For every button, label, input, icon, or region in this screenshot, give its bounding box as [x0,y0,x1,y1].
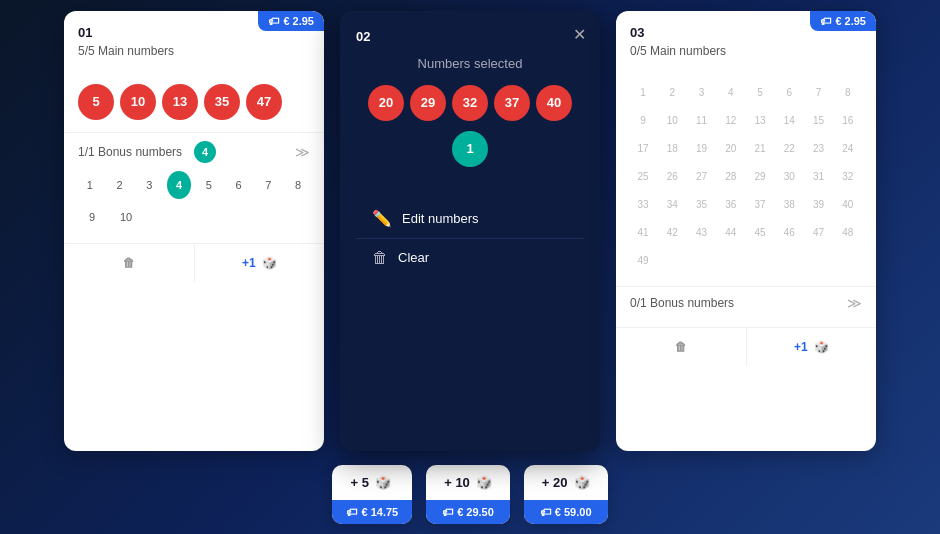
card02-num-40[interactable]: 40 [536,85,572,121]
card01-add-button[interactable]: +1 🎲 [195,244,325,282]
grid-num-44[interactable]: 44 [718,220,744,246]
grid-num-29[interactable]: 29 [747,164,773,190]
card01-price-badge: 🏷 € 2.95 [258,11,324,31]
grid-num-27[interactable]: 27 [689,164,715,190]
grid-num-2[interactable]: 2 [659,80,685,106]
b9[interactable]: 9 [78,203,106,231]
edit-numbers-label: Edit numbers [402,211,479,226]
grid-num-35[interactable]: 35 [689,192,715,218]
card02-bonus-number: 1 [452,131,488,167]
grid-num-26[interactable]: 26 [659,164,685,190]
grid-num-42[interactable]: 42 [659,220,685,246]
grid-num-17[interactable]: 17 [630,136,656,162]
grid-num-32[interactable]: 32 [835,164,861,190]
expand-icon[interactable]: ≫ [295,144,310,160]
grid-num-11[interactable]: 11 [689,108,715,134]
b6[interactable]: 6 [227,171,251,199]
card02-num-32[interactable]: 32 [452,85,488,121]
grid-num-8[interactable]: 8 [835,80,861,106]
bottom-card-5: + 5 🎲 🏷 € 14.75 [332,465,412,524]
grid-num-4[interactable]: 4 [718,80,744,106]
card03-delete-button[interactable]: 🗑 [616,328,747,366]
b10[interactable]: 10 [112,203,140,231]
grid-num-12[interactable]: 12 [718,108,744,134]
grid-num-20[interactable]: 20 [718,136,744,162]
b5[interactable]: 5 [197,171,221,199]
card01-bonus-row2: 9 10 [78,203,310,231]
card01-num-47[interactable]: 47 [246,84,282,120]
grid-num-1[interactable]: 1 [630,80,656,106]
grid-num-21[interactable]: 21 [747,136,773,162]
grid-num-14[interactable]: 14 [776,108,802,134]
grid-num-37[interactable]: 37 [747,192,773,218]
grid-num-7[interactable]: 7 [806,80,832,106]
bottom-5-price: € 14.75 [361,506,398,518]
card01-num-35[interactable]: 35 [204,84,240,120]
card01-num-10[interactable]: 10 [120,84,156,120]
card02-num-29[interactable]: 29 [410,85,446,121]
b2[interactable]: 2 [108,171,132,199]
grid-num-41[interactable]: 41 [630,220,656,246]
grid-num-49[interactable]: 49 [630,248,656,274]
clear-button[interactable]: 🗑 Clear [356,239,584,277]
grid-num-34[interactable]: 34 [659,192,685,218]
b7[interactable]: 7 [257,171,281,199]
grid-num-38[interactable]: 38 [776,192,802,218]
card03-price: € 2.95 [835,15,866,27]
card02-num-37[interactable]: 37 [494,85,530,121]
edit-numbers-button[interactable]: ✏️ Edit numbers [356,199,584,239]
card01-bonus-badge: 4 [194,141,216,163]
grid-num-18[interactable]: 18 [659,136,685,162]
b1[interactable]: 1 [78,171,102,199]
grid-num-10[interactable]: 10 [659,108,685,134]
grid-num-15[interactable]: 15 [806,108,832,134]
grid-num-13[interactable]: 13 [747,108,773,134]
b4[interactable]: 4 [167,171,191,199]
b8[interactable]: 8 [286,171,310,199]
grid-num-30[interactable]: 30 [776,164,802,190]
card01-delete-button[interactable]: 🗑 [64,244,195,282]
grid-num-25[interactable]: 25 [630,164,656,190]
grid-num-6[interactable]: 6 [776,80,802,106]
card03-add-button[interactable]: +1 🎲 [747,328,877,366]
grid-num-39[interactable]: 39 [806,192,832,218]
grid-num-31[interactable]: 31 [806,164,832,190]
grid-num-33[interactable]: 33 [630,192,656,218]
bottom-card-5-top[interactable]: + 5 🎲 [332,465,412,500]
expand-icon-03[interactable]: ≫ [847,295,862,311]
grid-num-47[interactable]: 47 [806,220,832,246]
grid-num-28[interactable]: 28 [718,164,744,190]
grid-num-16[interactable]: 16 [835,108,861,134]
card02-num-20[interactable]: 20 [368,85,404,121]
card01-num-5[interactable]: 5 [78,84,114,120]
bottom-card-10: + 10 🎲 🏷 € 29.50 [426,465,510,524]
bottom-card-20-top[interactable]: + 20 🎲 [524,465,608,500]
grid-num-36[interactable]: 36 [718,192,744,218]
trash-icon-03: 🗑 [675,340,687,354]
card03-bonus-label: 0/1 Bonus numbers [630,296,734,310]
grid-num-43[interactable]: 43 [689,220,715,246]
bottom-card-10-top[interactable]: + 10 🎲 [426,465,510,500]
grid-num-48[interactable]: 48 [835,220,861,246]
card01-main-label: 5/5 Main numbers [78,44,310,58]
grid-num-40[interactable]: 40 [835,192,861,218]
grid-num-45[interactable]: 45 [747,220,773,246]
main-container: 🏷 € 2.95 01 5/5 Main numbers 5 10 13 35 … [40,11,900,524]
grid-num-46[interactable]: 46 [776,220,802,246]
grid-num-9[interactable]: 9 [630,108,656,134]
grid-num-22[interactable]: 22 [776,136,802,162]
card01-bonus-label: 1/1 Bonus numbers [78,145,182,159]
card-03: 🏷 € 2.95 03 0/5 Main numbers 12345678910… [616,11,876,451]
grid-num-5[interactable]: 5 [747,80,773,106]
card01-bonus-section: 1/1 Bonus numbers 4 ≫ 1 2 3 4 5 6 7 8 9 [64,132,324,243]
card02-bonus-1[interactable]: 1 [452,131,488,167]
modal-close-button[interactable]: ✕ [573,25,586,44]
grid-num-24[interactable]: 24 [835,136,861,162]
card01-num-13[interactable]: 13 [162,84,198,120]
b3[interactable]: 3 [138,171,162,199]
grid-num-3[interactable]: 3 [689,80,715,106]
card01-selected-numbers: 5 10 13 35 47 [64,76,324,128]
cards-row: 🏷 € 2.95 01 5/5 Main numbers 5 10 13 35 … [64,11,876,451]
grid-num-23[interactable]: 23 [806,136,832,162]
grid-num-19[interactable]: 19 [689,136,715,162]
